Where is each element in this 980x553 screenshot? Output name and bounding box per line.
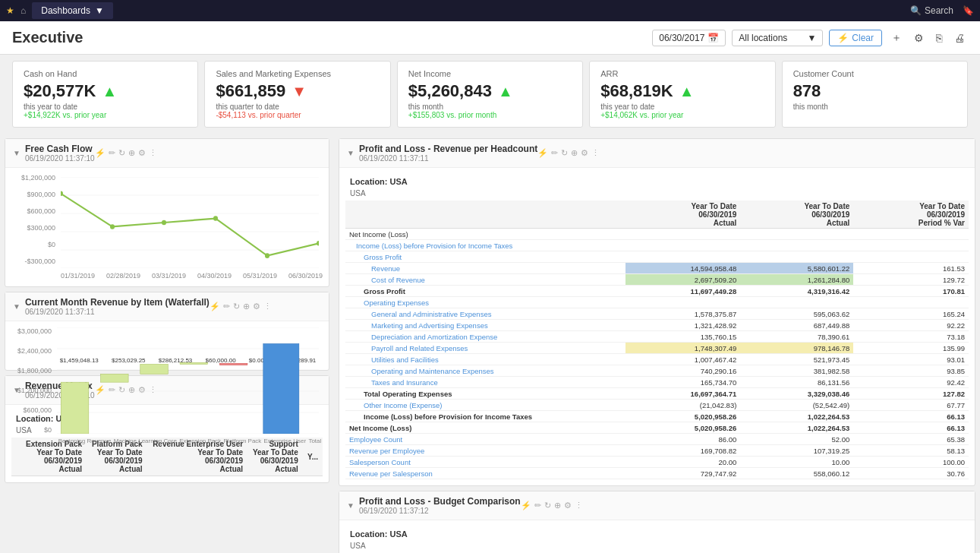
collapse-icon-pnl[interactable]: ▼ [347,149,355,157]
kpi-arr: ARR $68,819K ▲ this year to date +$14,06… [589,61,775,128]
settings-icon-wf[interactable]: ⚙ [253,302,260,311]
table-row: Revenue 14,594,958.48 5,580,601.22 161.5… [345,263,969,274]
kpi-value-3: $68,819K [600,81,673,101]
settings-button[interactable]: ⚙ [911,30,927,46]
edit-icon-budget[interactable]: ✏ [534,501,541,510]
bookmark-icon[interactable]: 🔖 [963,5,974,16]
fcf-x-labels: 01/31/2019 02/28/2019 03/31/2019 04/30/2… [61,270,323,280]
wf-y-labels: $3,000,000 $2,400,000 $1,800,000 $1,200,… [11,327,53,434]
refresh-icon-budget[interactable]: ↻ [544,501,551,510]
x-label-6: 06/30/2019 [288,272,323,280]
pnl-v2-6 [740,297,853,308]
settings-icon-fcf[interactable]: ⚙ [138,148,146,158]
search-button[interactable]: 🔍 Search [910,5,953,16]
svg-point-10 [265,253,269,258]
pnl-v1-12: 740,290.16 [625,365,740,377]
pnl-v1-20: 20.00 [625,457,740,468]
kpi-sub-label-4: this month [793,103,956,111]
collapse-icon-wf[interactable]: ▼ [13,302,20,311]
widget-header-pnl: ▼ Profit and Loss - Revenue per Headcoun… [339,139,975,168]
header-controls: 06/30/2017 📅 All locations ▼ ⚡ Clear ＋ ⚙… [652,30,968,46]
widget-title-wf: Current Month Revenue by Item (Waterfall… [25,297,210,308]
pnl-v2-4: 1,261,284.80 [740,274,853,286]
widget-header-wf: ▼ Current Month Revenue by Item (Waterfa… [5,292,329,321]
fcf-chart: $1,200,000 $900,000 $600,000 $300,000 $0… [11,174,323,280]
pnl-v2-0 [740,229,853,240]
kpi-value-2: $5,260,843 [408,81,492,101]
pnl-v3-0 [853,229,969,240]
free-cash-flow-widget: ▼ Free Cash Flow 06/19/2020 11:37:10 ⚡ ✏… [5,138,329,287]
y-label-2: $900,000 [11,191,55,198]
kpi-net-income: Net Income $5,260,843 ▲ this month +$155… [397,61,583,128]
edit-icon-fcf[interactable]: ✏ [109,148,115,158]
wf-x-3: Extension Pack [179,438,221,444]
filter-icon-wf[interactable]: ⚡ [210,302,220,311]
more-icon-fcf[interactable]: ⋮ [149,148,157,158]
chevron-icon: ▼ [807,33,816,43]
main-content: ▼ Free Cash Flow 06/19/2020 11:37:10 ⚡ ✏… [0,134,980,553]
pnl-v3-13: 92.42 [853,377,969,388]
kpi-row: Cash on Hand $20,577K ▲ this year to dat… [0,55,980,134]
widget-icons-pnl: ⚡ ✏ ↻ ⊕ ⚙ ⋮ [537,148,600,158]
location-select[interactable]: All locations ▼ [732,30,823,46]
refresh-icon-wf[interactable]: ↻ [233,302,240,311]
zoom-icon-pnl[interactable]: ⊕ [571,148,578,158]
pnl-v1-17: 5,020,958.26 [625,422,740,434]
pnl-row-label-19: Revenue per Employee [345,445,625,457]
svg-rect-23 [263,344,299,434]
filter-icon-fcf[interactable]: ⚡ [95,148,106,158]
widget-body-budget: Location: USA USA Actual Month Ending06/… [339,520,975,553]
zoom-icon-wf[interactable]: ⊕ [243,302,250,311]
right-column: ▼ Profit and Loss - Revenue per Headcoun… [334,134,980,553]
kpi-arrow-2: ▲ [498,83,513,100]
more-icon-budget[interactable]: ⋮ [575,501,583,510]
pnl-v3-12: 93.85 [853,365,969,377]
x-label-3: 03/31/2019 [152,272,186,280]
more-icon-pnl[interactable]: ⋮ [591,148,600,158]
date-input[interactable]: 06/30/2017 📅 [652,30,726,46]
pnl-v3-5: 170.81 [853,286,969,297]
edit-icon-wf[interactable]: ✏ [223,302,230,311]
pnl-v3-6 [853,297,969,308]
add-button[interactable]: ＋ [888,30,905,46]
settings-icon-budget[interactable]: ⚙ [564,501,572,510]
star-icon[interactable]: ★ [6,5,14,16]
widget-header-fcf: ▼ Free Cash Flow 06/19/2020 11:37:10 ⚡ ✏… [5,139,329,168]
pnl-v1-15: (21,042.83) [625,400,740,411]
x-label-4: 04/30/2019 [197,272,232,280]
widget-body-fcf: $1,200,000 $900,000 $600,000 $300,000 $0… [5,168,329,286]
pnl-row-label-16: Income (Loss) before Provision for Incom… [345,411,625,422]
pnl-v1-21: 729,747.92 [625,468,740,479]
pnl-location-sub: USA [345,189,969,201]
dashboards-tab[interactable]: Dashboards ▼ [32,2,113,19]
zoom-icon-fcf[interactable]: ⊕ [128,148,135,158]
kpi-value-1: $661,859 [216,81,285,101]
refresh-icon-fcf[interactable]: ↻ [118,148,125,158]
pnl-v1-13: 165,734.70 [625,377,740,388]
kpi-arrow-3: ▲ [679,83,695,100]
pnl-row-label-17: Net Income (Loss) [345,422,625,434]
zoom-icon-budget[interactable]: ⊕ [554,501,561,510]
pnl-row-label-8: Marketing and Advertising Expenses [345,320,625,331]
pnl-row-label-20: Salesperson Count [345,457,625,468]
edit-icon-pnl[interactable]: ✏ [551,148,558,158]
pnl-v1-11: 1,007,467.42 [625,354,740,365]
clear-button[interactable]: ⚡ Clear [829,30,882,46]
home-icon[interactable]: ⌂ [20,5,26,16]
waterfall-widget: ▼ Current Month Revenue by Item (Waterfa… [5,292,329,371]
print-button[interactable]: 🖨 [951,30,968,46]
filter-icon-budget[interactable]: ⚡ [521,501,531,510]
pnl-v1-7: 1,578,375.87 [625,308,740,320]
wf-y-3: $1,800,000 [11,367,52,374]
table-row: Revenue per Employee 169,708.82 107,319.… [345,445,969,457]
pnl-v2-12: 381,982.58 [740,365,853,377]
collapse-icon-budget[interactable]: ▼ [347,501,355,510]
collapse-icon-fcf[interactable]: ▼ [13,149,20,157]
refresh-icon-pnl[interactable]: ↻ [561,148,568,158]
more-icon-wf[interactable]: ⋮ [263,302,272,311]
wf-x-labels: Beginning Revenue Machine Learning Core … [57,438,323,444]
copy-button[interactable]: ⎘ [933,30,945,46]
filter-icon-pnl[interactable]: ⚡ [537,148,548,158]
settings-icon-pnl[interactable]: ⚙ [581,148,588,158]
filter-icon: ⚡ [837,33,849,43]
